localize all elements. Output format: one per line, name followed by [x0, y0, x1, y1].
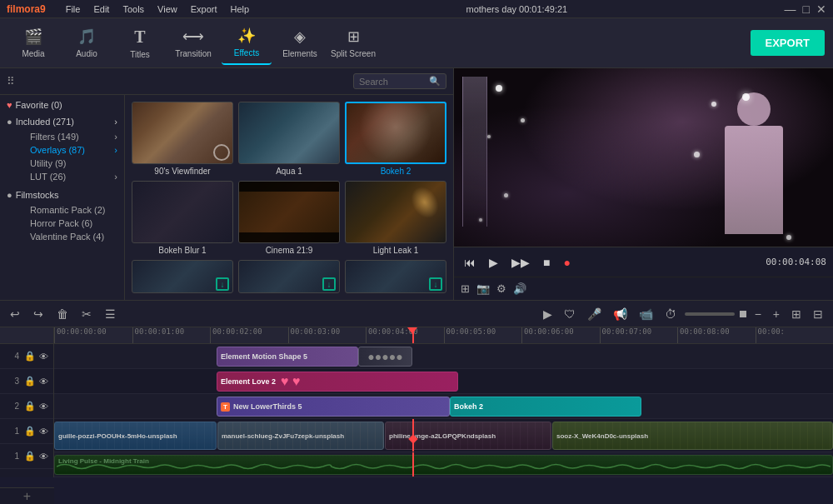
menu-tools[interactable]: Tools	[122, 4, 144, 14]
minimize-btn[interactable]: —	[785, 2, 796, 16]
tl-cam-button[interactable]: 📹	[636, 306, 656, 322]
tl-zoom-in-button[interactable]: +	[770, 306, 783, 322]
effect-cinema219[interactable]: Cinema 21:9	[238, 181, 340, 255]
menu-export[interactable]: Export	[191, 4, 217, 14]
clip-element-love[interactable]: Element Love 2 ♥ ♥	[217, 372, 458, 392]
effect-row3-1[interactable]: ↓	[132, 260, 233, 293]
tl-clock-button[interactable]: ⏱	[661, 306, 680, 322]
tl-grid-button[interactable]: ⊟	[810, 306, 826, 322]
romantic-pack-item[interactable]: Romantic Pack (2)	[20, 203, 117, 217]
cut-button[interactable]: ✂	[78, 306, 95, 322]
eye-icon-audio[interactable]: 👁	[39, 452, 48, 462]
effect-light-leak1[interactable]: Light Leak 1	[345, 181, 446, 255]
effect-bokeh2[interactable]: Bokeh 2	[345, 102, 446, 176]
toolbar-media[interactable]: 🎬 Media	[8, 22, 58, 65]
clip-video-4[interactable]: sooz-X_WeK4nD0c-unsplash	[552, 422, 833, 450]
audio-waveform	[57, 461, 831, 472]
tl-voice-button[interactable]: 📢	[610, 306, 631, 322]
effect-thumb-r31: ↓	[132, 260, 233, 293]
list-button[interactable]: ☰	[102, 306, 119, 322]
lock-icon-4[interactable]: 🔒	[24, 351, 36, 362]
menu-help[interactable]: Help	[231, 4, 250, 14]
horror-pack-item[interactable]: Horror Pack (6)	[20, 217, 117, 230]
delete-button[interactable]: 🗑	[53, 306, 72, 322]
effect-aqua1[interactable]: Aqua 1	[238, 102, 340, 176]
export-button[interactable]: EXPORT	[751, 30, 825, 56]
clip-label-love: Element Love 2	[221, 377, 276, 386]
prev-start-button[interactable]: ⏮	[461, 254, 479, 271]
effect-row3-3[interactable]: ↓	[345, 260, 446, 293]
clip-bokeh2-title[interactable]: Bokeh 2	[450, 397, 641, 417]
clip-label-video-4: sooz-X_WeK4nD0c-unsplash	[556, 432, 648, 440]
menu-file[interactable]: File	[66, 4, 81, 14]
zoom-slider[interactable]	[685, 312, 735, 316]
toolbar-elements[interactable]: ◈ Elements	[275, 22, 325, 65]
tl-mic-button[interactable]: 🎤	[584, 306, 605, 322]
toolbar-effects[interactable]: ✨ Effects	[222, 22, 272, 65]
maximize-btn[interactable]: □	[803, 2, 810, 16]
preview-opt-camera[interactable]: 📷	[476, 282, 490, 295]
preview-opt-screen[interactable]: ⊞	[461, 282, 470, 295]
tl-zoom-out-button[interactable]: −	[751, 306, 765, 322]
search-box[interactable]: 🔍	[353, 73, 446, 89]
prev-record-button[interactable]: ●	[560, 254, 573, 271]
track-label-2: 2 🔒 👁	[0, 394, 53, 419]
tl-more-button[interactable]: ⊞	[788, 306, 805, 322]
toolbar-titles[interactable]: T Titles	[115, 22, 165, 65]
lut-item[interactable]: LUT (26) ›	[20, 170, 117, 183]
lock-icon-1[interactable]: 🔒	[24, 426, 36, 437]
timeline-tracks: 00:00:00:00 00:00:01:00 00:00:02:00 00:0…	[54, 327, 833, 477]
lock-icon-audio[interactable]: 🔒	[24, 451, 36, 462]
filters-item[interactable]: Filters (149) ›	[20, 130, 117, 143]
tl-play-button[interactable]: ▶	[540, 306, 556, 322]
clip-lower-thirds[interactable]: T New LowerThirds 5	[217, 397, 450, 417]
menu-edit[interactable]: Edit	[93, 4, 109, 14]
toolbar-transition[interactable]: ⟷ Transition	[168, 22, 218, 65]
split-screen-label: Split Screen	[331, 49, 376, 58]
eye-icon-1[interactable]: 👁	[39, 427, 48, 437]
eye-icon-3[interactable]: 👁	[39, 377, 48, 387]
bullet-icon: ●	[7, 190, 12, 200]
toolbar-split-screen[interactable]: ⊞ Split Screen	[328, 22, 378, 65]
clip-video-3[interactable]: philine-unge-a2LGPQPKndsplash	[385, 422, 551, 450]
lock-icon-3[interactable]: 🔒	[24, 376, 36, 387]
lock-icon-2[interactable]: 🔒	[24, 401, 36, 412]
favorites-header[interactable]: ♥ Favorite (0)	[7, 100, 117, 110]
effect-row3-2[interactable]: ↓	[238, 260, 340, 293]
tl-shield-button[interactable]: 🛡	[561, 306, 579, 322]
preview-opt-settings[interactable]: ⚙	[496, 282, 506, 295]
search-input[interactable]	[359, 77, 426, 87]
lut-label: LUT (26)	[30, 172, 66, 182]
close-btn[interactable]: ✕	[816, 2, 826, 16]
effect-bokeh-blur1[interactable]: Bokeh Blur 1	[132, 181, 233, 255]
prev-next-button[interactable]: ▶▶	[508, 254, 533, 271]
prev-stop-button[interactable]: ■	[540, 254, 553, 271]
timeline-right-controls: ▶ 🛡 🎤 📢 📹 ⏱ − + ⊞ ⊟	[540, 306, 826, 322]
clip-element-motion-shape[interactable]: Element Motion Shape 5	[217, 347, 358, 367]
toolbar-audio[interactable]: 🎵 Audio	[62, 22, 112, 65]
effect-90s-viewfinder[interactable]: 90's Viewfinder	[132, 102, 233, 176]
clip-video-2[interactable]: manuel-schlueg-ZvJFu7zepk-unsplash	[217, 422, 384, 450]
filmstocks-header[interactable]: ● Filmstocks	[7, 190, 117, 200]
elements-icon: ◈	[294, 27, 306, 46]
transition-icon: ⟷	[182, 27, 204, 46]
eye-icon-4[interactable]: 👁	[39, 352, 48, 362]
clip-audio[interactable]: Living Pulse - Midnight Train	[54, 455, 833, 475]
drag-handle[interactable]: ⠿	[7, 75, 15, 87]
eye-icon-2[interactable]: 👁	[39, 402, 48, 412]
overlays-item[interactable]: Overlays (87) ›	[20, 143, 117, 157]
filters-label: Filters (149)	[30, 132, 79, 142]
utility-item[interactable]: Utility (9)	[20, 157, 117, 170]
clip-bokeh-dots[interactable]: ●●●●●	[358, 347, 412, 367]
undo-button[interactable]: ↩	[7, 306, 23, 322]
track-number-2: 2	[14, 402, 19, 411]
prev-play-button[interactable]: ▶	[486, 254, 501, 271]
menu-view[interactable]: View	[157, 4, 177, 14]
add-track-button[interactable]: +	[0, 487, 54, 504]
valentine-pack-item[interactable]: Valentine Pack (4)	[20, 230, 117, 243]
included-header[interactable]: ● Included (271) ›	[7, 117, 117, 127]
preview-opt-volume[interactable]: 🔊	[513, 282, 526, 295]
redo-button[interactable]: ↪	[30, 306, 47, 322]
heart-icon: ♥	[7, 100, 12, 110]
clip-video-1[interactable]: guille-pozzi-POOUHx-5mHo-unsplash	[54, 422, 217, 450]
